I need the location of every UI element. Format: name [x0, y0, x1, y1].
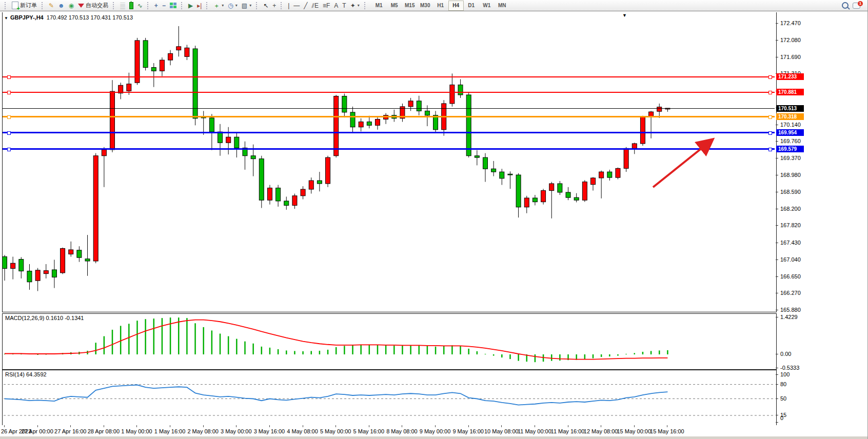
- vline-button[interactable]: |: [286, 1, 291, 11]
- profile-button[interactable]: ☻: [56, 1, 67, 11]
- hline-handle[interactable]: [768, 75, 772, 79]
- templates-button[interactable]: ▧▾: [240, 1, 253, 11]
- cursor-button[interactable]: ↖: [261, 1, 270, 11]
- zoom-in-button[interactable]: +: [152, 1, 160, 11]
- search-button[interactable]: [840, 1, 851, 11]
- hline-171.233[interactable]: [3, 76, 775, 77]
- timeframe-h4[interactable]: H4: [448, 1, 464, 11]
- rsi-axis-tick: [776, 398, 778, 399]
- hline-handle[interactable]: [768, 91, 772, 94]
- price-tag-170.318: 170.318: [776, 113, 804, 120]
- time-label: 9 May 00:00: [420, 428, 451, 434]
- hline-170.881[interactable]: [3, 92, 775, 93]
- time-label: 2 May 08:00: [187, 428, 219, 434]
- price-tick-label: 169.370: [780, 155, 801, 161]
- hline-handle[interactable]: [7, 75, 11, 79]
- time-label: 11 May 00:00: [518, 428, 551, 434]
- new-order-button[interactable]: 新订单: [10, 1, 39, 11]
- time-label: 15 May 16:00: [650, 428, 684, 434]
- crayon-icon: ✎: [49, 1, 54, 11]
- rsi-axis-label: 50: [780, 395, 786, 402]
- hline-handle[interactable]: [7, 91, 11, 94]
- macd-axis-label: 1.4229: [780, 314, 798, 320]
- price-tag-170.513: 170.513: [776, 105, 804, 112]
- time-tick: [435, 425, 436, 427]
- hline-170.318[interactable]: [3, 116, 775, 117]
- price-tick: [776, 40, 778, 41]
- time-tick: [667, 425, 667, 427]
- ohlc-readout: 170.492 170.513 170.431 170.513: [47, 14, 133, 21]
- timeframe-w1[interactable]: W1: [479, 1, 495, 11]
- price-tag-169.579: 169.579: [776, 146, 804, 152]
- arrows-tool-icon: ✦: [350, 1, 356, 11]
- time-tick: [4, 425, 5, 427]
- toolbar-grip: [206, 2, 209, 9]
- timeframe-m15[interactable]: M15: [402, 1, 418, 11]
- price-tick-label: 170.140: [780, 122, 801, 128]
- periods-button[interactable]: ◷▾: [226, 1, 240, 11]
- time-label: 1 May 16:00: [154, 428, 186, 434]
- hline-170.513[interactable]: [3, 108, 775, 109]
- trend-arrow-annotation[interactable]: [590, 123, 734, 195]
- price-tick-label: 171.690: [780, 54, 801, 60]
- auto-scroll-button[interactable]: ▶: [186, 1, 195, 11]
- text-button[interactable]: A: [332, 1, 340, 11]
- line-chart-button[interactable]: ∿: [135, 1, 145, 11]
- time-axis[interactable]: 26 Apr 202327 Apr 00:0027 Apr 16:0028 Ap…: [0, 425, 868, 436]
- hline-handle[interactable]: [768, 115, 772, 119]
- price-tick: [776, 57, 778, 57]
- time-label: 3 May 00:00: [221, 428, 252, 434]
- hline-handle[interactable]: [7, 115, 11, 119]
- chart-menu-arrow[interactable]: ▼: [4, 16, 8, 21]
- timeframe-m1[interactable]: M1: [371, 1, 387, 11]
- chart-dropdown-marker[interactable]: ▼: [622, 13, 627, 18]
- trendline-button[interactable]: ╱: [302, 1, 309, 11]
- label-button[interactable]: T: [340, 1, 348, 11]
- price-tick: [776, 260, 778, 260]
- hline-handle[interactable]: [7, 131, 11, 135]
- chart-title: ▼GBPJPY-,H4 170.492 170.513 170.431 170.…: [4, 14, 133, 21]
- rsi-pane[interactable]: [2, 370, 777, 426]
- time-tick: [568, 425, 568, 427]
- signal-button[interactable]: ◉: [67, 1, 76, 11]
- bar-chart-button[interactable]: 𝄛: [118, 1, 127, 11]
- chevron-down-icon: ▾: [249, 3, 251, 8]
- price-tick-label: 169.760: [780, 138, 801, 144]
- zoom-out-button[interactable]: −: [160, 1, 168, 11]
- indicators-button[interactable]: ＋▾: [211, 1, 226, 11]
- candlestick-chart-button[interactable]: [127, 1, 135, 11]
- macd-plot: [3, 314, 776, 369]
- crosshair-button[interactable]: +: [270, 1, 278, 11]
- hline-button[interactable]: —: [291, 1, 302, 11]
- hline-handle[interactable]: [768, 131, 772, 135]
- price-tick-label: 166.650: [780, 273, 801, 280]
- timeframe-mn[interactable]: MN: [495, 1, 510, 11]
- timeframe-d1[interactable]: D1: [464, 1, 479, 11]
- fibonacci-button[interactable]: ≡F: [321, 1, 332, 11]
- time-label: 28 Apr 08:00: [88, 428, 120, 434]
- arrows-tool-button[interactable]: ✦▾: [348, 1, 362, 11]
- chevron-down-icon: ▾: [358, 3, 360, 8]
- rsi-axis-tick: [776, 422, 778, 423]
- tile-windows-button[interactable]: [168, 1, 179, 11]
- price-tag-171.233: 171.233: [776, 73, 804, 80]
- profile-icon: ☻: [58, 1, 65, 11]
- timeframe-h1[interactable]: H1: [433, 1, 448, 11]
- cursor-icon: ↖: [263, 1, 268, 11]
- time-label: 4 May 08:00: [287, 428, 318, 434]
- tile-windows-icon: [170, 3, 176, 8]
- crayon-button[interactable]: ✎: [47, 1, 56, 11]
- timeframe-m30[interactable]: M30: [418, 1, 433, 11]
- chart-shift-button[interactable]: ▸|: [195, 1, 204, 11]
- toolbar-grip: [256, 2, 259, 9]
- macd-pane[interactable]: [2, 313, 777, 370]
- price-tick: [776, 23, 778, 24]
- timeframe-m5[interactable]: M5: [387, 1, 402, 11]
- hline-handle[interactable]: [768, 148, 772, 151]
- price-tick: [776, 175, 778, 175]
- channel-button[interactable]: ⫽E: [310, 1, 321, 11]
- text-icon: A: [334, 1, 338, 11]
- chat-button[interactable]: 1: [851, 1, 862, 11]
- hline-handle[interactable]: [7, 148, 11, 151]
- auto-trading-button[interactable]: 自动交易: [76, 1, 110, 11]
